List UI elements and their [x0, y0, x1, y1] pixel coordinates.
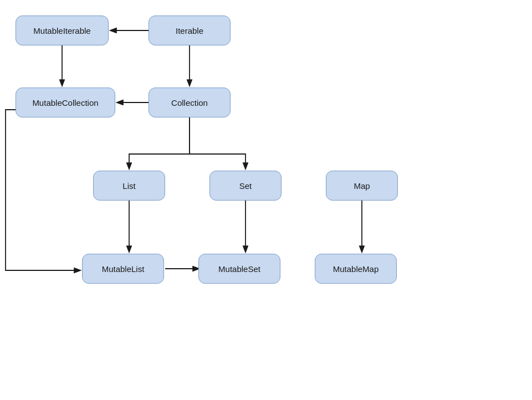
node-collection: Collection: [149, 88, 231, 117]
node-mutableIterable: MutableIterable: [16, 16, 109, 45]
label-iterable: Iterable: [176, 26, 203, 35]
label-mutableList: MutableList: [102, 264, 145, 274]
node-iterable: Iterable: [149, 16, 231, 45]
label-map: Map: [354, 181, 370, 191]
label-mutableMap: MutableMap: [333, 264, 379, 274]
node-mutableList: MutableList: [82, 254, 164, 284]
label-mutableCollection: MutableCollection: [32, 98, 98, 107]
node-list: List: [93, 171, 165, 201]
node-mutableCollection: MutableCollection: [16, 88, 115, 117]
diagram-container: MutableIterable Iterable MutableCollecti…: [0, 0, 532, 400]
label-list: List: [122, 181, 135, 191]
label-collection: Collection: [171, 98, 208, 107]
label-mutableSet: MutableSet: [218, 264, 260, 274]
node-map: Map: [326, 171, 398, 201]
node-mutableSet: MutableSet: [198, 254, 280, 284]
label-mutableIterable: MutableIterable: [33, 26, 90, 35]
node-mutableMap: MutableMap: [315, 254, 397, 284]
label-set: Set: [239, 181, 252, 191]
node-set: Set: [209, 171, 282, 201]
